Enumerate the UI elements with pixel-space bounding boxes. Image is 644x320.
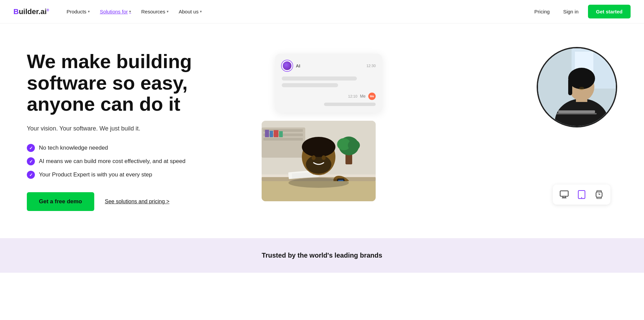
chat-ai-label: AI	[296, 63, 300, 68]
person-woman-bg	[538, 48, 616, 126]
chat-me-label: Me	[360, 94, 366, 99]
logo-registered: ®	[47, 8, 49, 12]
svg-point-24	[348, 140, 360, 151]
svg-rect-41	[563, 196, 566, 198]
nav-item-solutions[interactable]: Solutions for ▾	[96, 6, 135, 17]
desktop-icon[interactable]	[558, 189, 570, 201]
chat-bubble-2	[282, 83, 338, 87]
hero-illustration: AI 12:30 12:10 Me Me	[255, 47, 617, 215]
svg-rect-9	[556, 113, 597, 114]
svg-rect-17	[265, 130, 269, 137]
tablet-icon[interactable]	[576, 189, 588, 201]
man-svg	[262, 121, 376, 201]
chat-bubble-1	[282, 76, 357, 81]
woman-svg	[538, 48, 616, 126]
hero-left: We make building software so easy, anyon…	[27, 51, 255, 211]
check-icon-2	[27, 157, 35, 165]
list-item: Your Product Expert is with you at every…	[27, 171, 255, 179]
svg-point-44	[581, 197, 582, 198]
hero-section: We make building software so easy, anyon…	[0, 23, 644, 238]
svg-rect-18	[270, 131, 273, 137]
nav-item-resources[interactable]: Resources ▾	[137, 6, 173, 17]
device-icons-row	[553, 184, 610, 205]
ai-avatar	[282, 60, 292, 71]
hero-subtitle: Your vision. Your software. We just buil…	[27, 124, 255, 133]
svg-rect-16	[263, 138, 303, 141]
nav-pricing[interactable]: Pricing	[530, 6, 554, 17]
svg-rect-7	[568, 78, 572, 95]
navbar: Builder.ai® Products ▾ Solutions for ▾ R…	[0, 0, 644, 23]
hero-title: We make building software so easy, anyon…	[27, 51, 255, 115]
svg-point-34	[322, 155, 326, 160]
check-icon-3	[27, 171, 35, 179]
svg-rect-40	[560, 191, 568, 196]
logo-b: B	[13, 7, 19, 16]
logo[interactable]: Builder.ai®	[13, 7, 49, 16]
checklist-item-3: Your Product Expert is with you at every…	[39, 171, 152, 178]
svg-point-10	[579, 87, 584, 90]
nav-right: Pricing Sign in Get started	[530, 5, 631, 18]
svg-rect-19	[274, 130, 278, 137]
watch-icon[interactable]	[593, 189, 605, 201]
get-started-button[interactable]: Get started	[588, 5, 631, 18]
see-pricing-link[interactable]: See solutions and pricing >	[105, 199, 170, 205]
chat-time-2: 12:10	[348, 94, 358, 98]
svg-rect-20	[279, 131, 283, 137]
chevron-down-icon: ▾	[129, 9, 131, 14]
hero-cta: Get a free demo See solutions and pricin…	[27, 192, 255, 211]
chat-row-me: 12:10 Me Me	[282, 93, 376, 100]
chat-bubble-me	[324, 103, 376, 106]
checklist-item-2: AI means we can build more cost effectiv…	[39, 158, 185, 165]
chat-time: 12:30	[366, 64, 376, 68]
list-item: AI means we can build more cost effectiv…	[27, 157, 255, 165]
nav-links: Products ▾ Solutions for ▾ Resources ▾ A…	[62, 6, 530, 17]
chat-header: AI 12:30	[282, 60, 376, 71]
person-woman-circle	[537, 47, 617, 127]
check-icon-1	[27, 144, 35, 152]
svg-point-33	[312, 155, 316, 160]
person-man-photo	[262, 121, 376, 201]
logo-rest: uilder.ai	[19, 7, 47, 16]
svg-point-39	[288, 178, 349, 188]
checklist-item-1: No tech knowledge needed	[39, 145, 108, 151]
nav-item-about[interactable]: About us ▾	[175, 6, 206, 17]
svg-rect-14	[263, 129, 303, 132]
list-item: No tech knowledge needed	[27, 144, 255, 152]
chat-mockup: AI 12:30 12:10 Me Me	[275, 54, 382, 113]
checklist: No tech knowledge needed AI means we can…	[27, 144, 255, 179]
svg-rect-42	[562, 198, 567, 198]
svg-rect-15	[263, 134, 303, 136]
nav-signin[interactable]: Sign in	[559, 6, 583, 17]
trusted-section: Trusted by the world's leading brands	[0, 238, 644, 273]
trusted-title: Trusted by the world's leading brands	[27, 252, 617, 259]
nav-item-products[interactable]: Products ▾	[62, 6, 94, 17]
get-demo-button[interactable]: Get a free demo	[27, 192, 94, 211]
chevron-down-icon: ▾	[88, 9, 90, 14]
svg-point-32	[302, 137, 335, 157]
svg-rect-8	[558, 110, 595, 113]
chevron-down-icon: ▾	[167, 9, 169, 14]
me-avatar: Me	[368, 93, 376, 100]
chevron-down-icon: ▾	[200, 9, 202, 14]
